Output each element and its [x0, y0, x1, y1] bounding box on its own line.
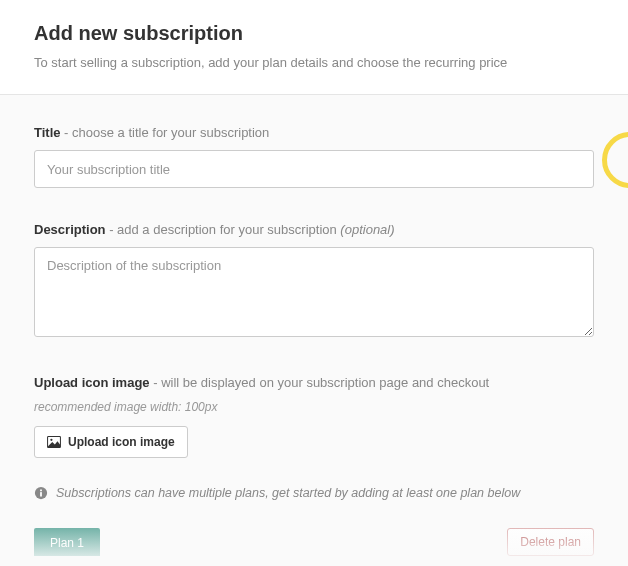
page-subtitle: To start selling a subscription, add you… — [34, 55, 594, 70]
description-label-hint: - add a description for your subscriptio… — [106, 222, 341, 237]
upload-field-group: Upload icon image - will be displayed on… — [34, 375, 594, 458]
delete-plan-button[interactable]: Delete plan — [507, 528, 594, 556]
upload-button-label: Upload icon image — [68, 435, 175, 449]
title-field-group: Title - choose a title for your subscrip… — [34, 125, 594, 188]
svg-point-1 — [50, 439, 52, 441]
plans-info-row: Subscriptions can have multiple plans, g… — [34, 476, 594, 512]
upload-label: Upload icon image - will be displayed on… — [34, 375, 594, 390]
svg-rect-3 — [40, 492, 42, 496]
page-header: Add new subscription To start selling a … — [0, 0, 628, 95]
title-label-bold: Title — [34, 125, 61, 140]
description-label: Description - add a description for your… — [34, 222, 594, 237]
title-input[interactable] — [34, 150, 594, 188]
description-label-bold: Description — [34, 222, 106, 237]
plan-tab-1[interactable]: Plan 1 — [34, 528, 100, 556]
form-content: Title - choose a title for your subscrip… — [0, 95, 628, 556]
upload-icon-button[interactable]: Upload icon image — [34, 426, 188, 458]
info-icon — [34, 486, 48, 500]
title-label: Title - choose a title for your subscrip… — [34, 125, 594, 140]
upload-label-hint: - will be displayed on your subscription… — [150, 375, 490, 390]
plans-info-text: Subscriptions can have multiple plans, g… — [56, 486, 520, 500]
upload-label-bold: Upload icon image — [34, 375, 150, 390]
description-field-group: Description - add a description for your… — [34, 222, 594, 341]
description-textarea[interactable] — [34, 247, 594, 337]
title-label-hint: - choose a title for your subscription — [61, 125, 270, 140]
description-label-optional: (optional) — [340, 222, 394, 237]
upload-recommended: recommended image width: 100px — [34, 400, 594, 414]
page-title: Add new subscription — [34, 22, 594, 45]
svg-rect-4 — [40, 490, 42, 492]
plan-tabs-row: Plan 1 Delete plan — [34, 528, 594, 556]
image-icon — [47, 436, 61, 448]
